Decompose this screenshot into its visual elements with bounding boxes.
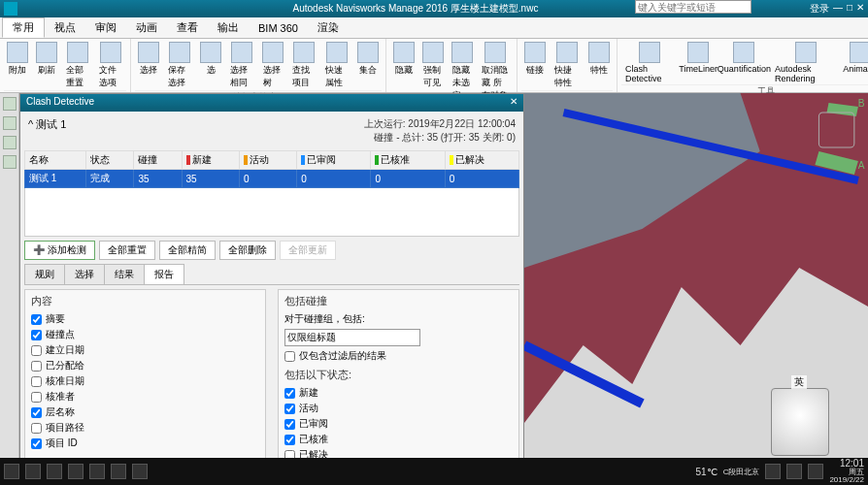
maximize-icon[interactable]: □ [847, 2, 852, 16]
rail-icon[interactable] [3, 97, 17, 111]
left-tool-rail [0, 93, 19, 462]
tray-icon[interactable] [765, 464, 781, 479]
filter-checkbox[interactable] [284, 351, 295, 362]
table-cell[interactable]: 35 [134, 170, 182, 188]
ribbon-button[interactable]: 快捷特性 [551, 41, 584, 90]
subtab[interactable]: 选择 [64, 264, 105, 284]
test-name[interactable]: ^ 测试 1 [28, 117, 66, 145]
ribbon-button[interactable]: 保存选择 [164, 41, 195, 90]
start-button[interactable] [4, 464, 19, 479]
ribbon-button[interactable]: 附加 [4, 41, 31, 78]
table-cell[interactable]: 0 [371, 170, 445, 188]
table-header[interactable]: 活动 [239, 151, 296, 170]
ribbon-button[interactable]: Quantification [719, 41, 769, 75]
content-checkbox[interactable] [31, 314, 42, 325]
panel-title-bar[interactable]: Clash Detective ✕ [20, 94, 523, 112]
content-checkbox[interactable] [31, 407, 42, 418]
table-header[interactable]: 已核准 [371, 151, 445, 170]
menu-item-0[interactable]: 常用 [2, 17, 45, 38]
menu-item-6[interactable]: BIM 360 [249, 20, 308, 36]
ribbon-button[interactable]: 选择 [135, 41, 162, 78]
taskbar-app-icon[interactable] [89, 464, 105, 479]
content-checkbox[interactable] [31, 361, 42, 372]
content-checkbox[interactable] [31, 376, 42, 387]
checkbox-label: 已分配给 [46, 359, 84, 372]
content-checkbox[interactable] [31, 345, 42, 356]
ribbon-button[interactable]: 选择相同 [226, 41, 257, 90]
menu-item-5[interactable]: 输出 [208, 18, 249, 37]
ribbon-button[interactable]: Animator [843, 41, 868, 75]
menu-item-7[interactable]: 渲染 [308, 18, 349, 37]
table-cell[interactable]: 0 [445, 170, 518, 188]
ribbon-button[interactable]: Autodesk Rendering [771, 41, 841, 84]
tests-table[interactable]: 名称状态碰撞新建活动已审阅已核准已解决 测试 1完成35350000 [24, 150, 519, 188]
close-icon[interactable]: ✕ [856, 2, 864, 16]
table-cell[interactable]: 完成 [86, 170, 134, 188]
ribbon-button[interactable]: 选择树 [259, 41, 286, 90]
table-cell[interactable]: 0 [239, 170, 296, 188]
table-header[interactable]: 已审阅 [297, 151, 371, 170]
status-checkbox[interactable] [284, 435, 295, 445]
ribbon-button[interactable]: 快速属性 [321, 41, 352, 90]
weather-loc[interactable]: C段田北京 [723, 467, 760, 477]
rail-icon[interactable] [3, 155, 17, 169]
table-header[interactable]: 碰撞 [134, 151, 182, 170]
rail-icon[interactable] [3, 136, 17, 149]
keyword-search-input[interactable] [635, 0, 751, 14]
ribbon-button[interactable]: Clash Detective [621, 41, 678, 84]
table-header[interactable]: 状态 [86, 151, 134, 170]
tray-icon[interactable] [786, 464, 802, 479]
status-checkbox[interactable] [284, 419, 295, 430]
taskbar-app-icon[interactable] [68, 464, 83, 479]
menu-item-2[interactable]: 审阅 [85, 18, 126, 37]
status-checkbox[interactable] [284, 404, 295, 414]
ribbon-button[interactable]: 链接 [521, 41, 549, 78]
rail-icon[interactable] [3, 116, 17, 130]
group-select[interactable]: 仅限组标题 [284, 329, 420, 346]
content-checkbox[interactable] [31, 392, 42, 403]
ime-avatar[interactable]: 英 [771, 388, 829, 456]
content-checkbox[interactable] [31, 423, 42, 434]
taskbar-app-icon[interactable] [132, 464, 148, 479]
subtab[interactable]: 结果 [104, 264, 145, 284]
ribbon-button[interactable]: 选 [197, 41, 224, 78]
menu-item-3[interactable]: 动画 [126, 18, 167, 37]
ribbon-button[interactable]: 全部重置 [62, 41, 93, 90]
taskbar-app-icon[interactable] [25, 464, 41, 479]
menu-item-4[interactable]: 查看 [167, 18, 208, 37]
minimize-icon[interactable]: — [833, 2, 843, 16]
status-checkbox[interactable] [284, 388, 295, 399]
taskbar-app-icon[interactable] [47, 464, 62, 479]
ribbon-button[interactable]: 集合 [354, 41, 382, 78]
content-checkbox[interactable] [31, 330, 42, 340]
toolbar-button[interactable]: ➕ 添加检测 [24, 241, 95, 260]
ribbon-button[interactable]: 查找项目 [288, 41, 319, 90]
windows-taskbar[interactable]: 51℃ C段田北京 12:01 周五 2019/2/22 [0, 458, 868, 485]
ribbon-button[interactable]: 文件选项 [95, 41, 126, 90]
weather-text[interactable]: 51℃ [696, 467, 718, 477]
table-cell[interactable]: 35 [182, 170, 239, 188]
content-checkbox[interactable] [31, 438, 42, 449]
toolbar-button[interactable]: 全部重置 [99, 241, 155, 260]
taskbar-app-icon[interactable] [111, 464, 126, 479]
ribbon-button[interactable]: 特性 [585, 41, 613, 78]
panel-close-icon[interactable]: ✕ [510, 96, 517, 110]
ribbon-button[interactable]: 隐藏 [390, 41, 417, 78]
ribbon-button[interactable]: 强制可见 [419, 41, 447, 90]
ribbon-button[interactable]: 刷新 [33, 41, 60, 78]
toolbar-button[interactable]: 全部删除 [219, 241, 276, 260]
table-row[interactable]: 测试 1完成35350000 [25, 170, 519, 188]
table-cell[interactable]: 测试 1 [25, 170, 86, 188]
table-header[interactable]: 名称 [25, 151, 86, 170]
checkbox-label: 项目路径 [46, 421, 84, 435]
table-header[interactable]: 已解决 [445, 151, 518, 170]
table-cell[interactable]: 0 [297, 170, 371, 188]
menu-item-1[interactable]: 视点 [45, 18, 85, 37]
tray-icon[interactable] [808, 464, 823, 479]
table-header[interactable]: 新建 [182, 151, 239, 170]
toolbar-button[interactable]: 全部精简 [159, 241, 216, 260]
subtab[interactable]: 报告 [144, 264, 184, 284]
subtab[interactable]: 规则 [24, 264, 65, 284]
ribbon-button[interactable]: TimeLiner [680, 41, 718, 75]
login-link[interactable]: 登录 [810, 2, 829, 16]
